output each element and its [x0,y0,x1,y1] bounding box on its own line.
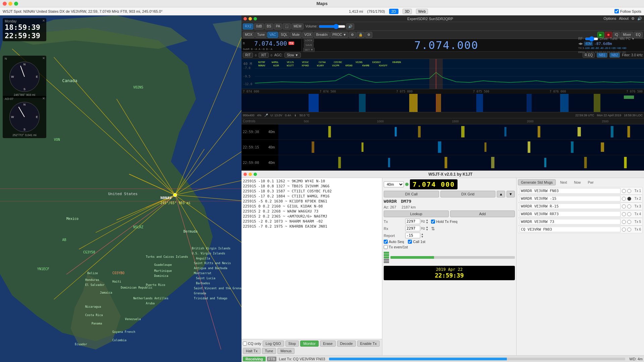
decode-row-8[interactable]: 225915 -2 0.2 1073 ~ N4ARM N4ARM -02 [242,219,381,224]
tx-hz-down[interactable]: ▼ [426,222,428,224]
vac-btn[interactable]: VAC [267,32,278,38]
std-msg-next-radio-2[interactable] [622,204,626,208]
halt-tx-btn[interactable]: Halt Tx [243,348,261,354]
hold-tx-checkbox[interactable] [431,220,435,224]
decode-row-6[interactable]: 225915 2 0.2 2268 ~ WA0W WA6GXU 73 [242,209,381,214]
report-input[interactable] [405,233,420,238]
std-msg-now-radio-2[interactable] [627,204,631,208]
wsjt-close-btn[interactable] [244,173,247,176]
pa-btn[interactable]: PA [274,23,282,29]
tx-hz-arrows[interactable]: ▲ ▼ [426,219,428,224]
std-msg-text-3[interactable] [520,211,621,217]
add-btn[interactable]: Add [450,210,515,217]
std-msg-text-1[interactable] [520,196,621,201]
std-msg-text-4[interactable] [520,219,621,225]
rx2-btn[interactable]: RX2 [243,23,253,29]
tx-hz-input[interactable] [405,219,420,224]
sdr-close-btn[interactable] [244,17,247,20]
std-msg-now-radio-4[interactable] [627,220,631,224]
hold-tx-check[interactable]: Hold Tx Freq [431,220,457,224]
settings2-btn[interactable]: ⚙ [365,32,372,38]
wsjt-maximize-btn[interactable] [254,173,257,176]
xit-btn[interactable]: XIT [259,53,269,58]
tune-btn-wsjt[interactable]: Tune [262,348,276,354]
rx-swap-icon[interactable]: ⇅ [431,226,435,231]
lock-save-btn[interactable]: LOCK [304,38,314,43]
wsjt-minimize-btn[interactable] [249,173,252,176]
view-2d-btn[interactable]: 2D [389,9,398,14]
cq-only-check[interactable]: CQ only [243,342,261,346]
decode-row-3[interactable]: 225915 -17 0.2 1884 ~ CT1ILT W4MGL FM16 [242,194,381,199]
erase-btn[interactable]: Erase [320,341,336,347]
sdr-settings-icon[interactable]: ⚙ [631,16,635,21]
decode-row-0[interactable]: 225915 -10 0.1 1262 ~ 9K2MO WY4I N-10 [242,179,381,184]
auto-seq-checkbox[interactable] [384,240,388,244]
sdr-maximize-btn[interactable] [254,17,257,20]
nb2-btn[interactable]: NB2 [609,53,620,58]
decode-row-5[interactable]: 225915 0 0.2 2160 ~ GI1UL K1DAK N-08 [242,204,381,209]
decode-row-7[interactable]: 225915 2 0.2 2365 ~ <AM7OUR2/6> NA6TMJ [242,214,381,219]
std-msg-next-radio-5[interactable] [622,228,626,232]
enable-tx-btn[interactable]: Enable Tx [357,341,380,347]
proc-btn[interactable]: PROC ▼ [330,32,348,38]
std-msg-next-radio-0[interactable] [622,189,626,193]
std-msg-next-radio-3[interactable] [622,212,626,216]
menus-btn[interactable]: Menus [277,348,294,354]
vox-btn[interactable]: VOX [302,32,313,38]
std-msg-next-radio-4[interactable] [622,220,626,224]
rit-btn[interactable]: RIT [243,53,253,58]
sql-btn[interactable]: SQL [279,32,289,38]
callsign-panel-close[interactable]: ✕ [42,56,45,60]
std-msg-now-radio-1[interactable] [627,197,631,201]
decode-row-4[interactable]: 225915 -5 0.2 1630 ~ KC1DFB KF9EK EN61 [242,199,381,204]
mox-btn[interactable]: MOX [243,32,255,38]
follow-spots-checkbox[interactable] [614,9,619,13]
maps-close-btn[interactable] [3,2,7,6]
std-msg-next-radio-1[interactable] [622,197,626,201]
decode-row-1[interactable]: 225915 -18 0.8 1327 ~ TB0JS IV3VHM JN66 [242,184,381,189]
decode-row-9[interactable]: 225915 -7 0.2 1975 ~ KN4RBN EA3EW JN01 [242,224,381,229]
view-web-btn[interactable]: Web [416,9,428,14]
rx-hz-down[interactable]: ▼ [426,229,428,231]
freq-down-btn[interactable]: ▼ [506,191,515,197]
stop-btn[interactable]: Stop [285,341,299,347]
headphone-btn[interactable]: 🎧 [283,23,291,29]
decode-btn[interactable]: Decode [337,341,356,347]
set-btn[interactable]: SET ▼ [303,48,315,52]
std-msg-now-radio-0[interactable] [627,189,631,193]
save-btn[interactable]: SAVE [304,43,314,47]
r-eq-btn[interactable]: R.EQ [583,53,595,58]
settings-btn[interactable]: ⚙ [349,32,356,38]
call1st-check[interactable]: Call 1st [408,240,425,244]
generate-std-msgs-btn[interactable]: Generate Std Msgs [518,179,556,185]
decode-row-2[interactable]: 225915 -18 0.3 1587 ~ CT1ILT CO5YBC FL02 [242,189,381,194]
freq-up-btn[interactable]: ▲ [497,191,505,197]
std-msg-now-radio-5[interactable] [627,228,631,232]
sdr-minimize-btn[interactable] [249,17,252,20]
arrows-btn[interactable]: ◀▶ [578,42,583,45]
nb1-btn[interactable]: NB1 [597,53,607,58]
agc-btn[interactable]: Slow ▼ [284,53,301,58]
view-3d-btn[interactable]: 3D [402,9,412,14]
lock-btn[interactable]: 🔒 [357,32,365,38]
auto-seq-check[interactable]: Auto Seq [384,240,404,244]
std-msg-text-2[interactable] [520,203,621,209]
lookup-btn[interactable]: Lookup [384,210,449,217]
dx-grid-btn[interactable]: DX Grid [440,191,496,197]
std-msg-text-5[interactable] [520,227,621,232]
rf-slider[interactable] [585,37,598,41]
maps-minimize-btn[interactable] [8,2,12,6]
volume-slider[interactable] [319,24,345,29]
report-arrows[interactable]: ▲ ▼ [421,233,424,238]
map-area[interactable]: VO2NS VON N0NAV N5LRZ AB CG3Y50 YN1ECF C… [0,15,241,362]
monitor-btn[interactable]: Monitor [300,341,319,347]
tx-even-checkbox[interactable] [384,245,388,249]
report-down[interactable]: ▼ [421,236,424,238]
sdr-about-btn[interactable]: About [619,16,629,21]
dx-call-btn[interactable]: DX Call [384,191,439,197]
call1st-checkbox[interactable] [408,240,412,244]
mute-btn[interactable]: Mute [290,32,302,38]
maps-maximize-btn[interactable] [14,2,18,6]
speaker-btn[interactable]: 🔊 [346,23,354,29]
tx-even-check[interactable]: Tx even/1st [384,245,408,249]
